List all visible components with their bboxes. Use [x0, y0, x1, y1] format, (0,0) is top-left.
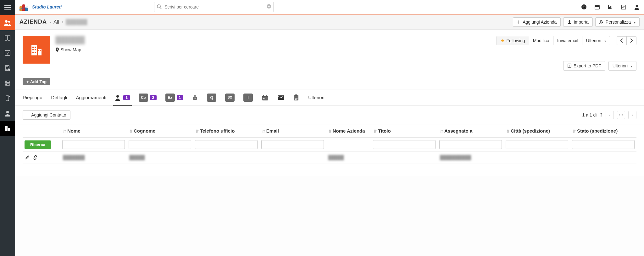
tab-money[interactable]: $ — [192, 89, 198, 106]
filter-telefono[interactable] — [195, 140, 258, 149]
svg-rect-15 — [8, 128, 10, 131]
chevron-right-icon — [630, 38, 633, 43]
i-icon: I — [243, 94, 253, 102]
sidebar-item-contacts[interactable] — [0, 15, 15, 30]
building-large-icon — [29, 42, 44, 57]
col-citta[interactable]: Città (spedizione) — [504, 124, 570, 138]
send-email-button[interactable]: Invia email — [553, 36, 582, 45]
tab-more-label: Ulteriori — [308, 95, 325, 100]
calendar-icon[interactable] — [594, 4, 600, 10]
tab-ex[interactable]: Ex 1 — [165, 89, 183, 106]
prev-record-button[interactable] — [617, 36, 627, 45]
tab-updates[interactable]: Aggiornamenti — [76, 89, 106, 106]
col-titolo[interactable]: Titolo — [371, 124, 437, 138]
sidebar-item-servers[interactable] — [0, 76, 15, 91]
svg-point-21 — [267, 4, 271, 9]
chart-icon[interactable] — [608, 4, 613, 10]
tab-more[interactable]: Ulteriori — [308, 89, 326, 106]
tab-so[interactable]: SO — [225, 89, 235, 106]
menu-toggle[interactable] — [0, 0, 15, 15]
help-icon: ? — [4, 50, 11, 56]
tasks-icon[interactable] — [621, 4, 626, 10]
sidebar-item-mobile[interactable] — [0, 91, 15, 106]
ex-icon: Ex — [165, 94, 175, 102]
import-button[interactable]: Importa — [563, 17, 592, 27]
pager-total[interactable]: ? — [600, 112, 602, 117]
filter-assegnato[interactable] — [439, 140, 502, 149]
global-search-input[interactable] — [154, 2, 274, 12]
search-icon — [157, 4, 162, 9]
filter-citta[interactable] — [506, 140, 568, 149]
tab-email[interactable] — [277, 89, 284, 106]
sidebar-item-companies[interactable] — [0, 121, 15, 136]
sidebar-item-notes[interactable] — [0, 60, 15, 76]
note-edit-icon — [4, 65, 11, 71]
caret-down-icon — [633, 20, 636, 25]
col-azienda[interactable]: Nome Azienda — [326, 124, 371, 138]
breadcrumb-module[interactable]: AZIENDA — [19, 19, 47, 25]
brand-text: Studio Laureti — [32, 4, 62, 9]
company-avatar — [23, 36, 50, 64]
table-row[interactable]: ███████ █████ █████ ██████████ — [23, 152, 636, 163]
svg-rect-48 — [295, 94, 297, 96]
pager-more[interactable]: ⋯ — [617, 111, 625, 119]
tab-q[interactable]: Q — [207, 89, 216, 106]
filter-email[interactable] — [261, 140, 324, 149]
filter-titolo[interactable] — [373, 140, 436, 149]
following-button[interactable]: ★ Following — [497, 36, 529, 45]
show-map-link[interactable]: Show Map — [55, 47, 85, 52]
search-dropdown-icon[interactable] — [267, 4, 271, 9]
edit-button[interactable]: Modifica — [529, 36, 553, 45]
filter-cognome[interactable] — [129, 140, 191, 149]
breadcrumb: AZIENDA › All › ██████ — [19, 19, 87, 25]
breadcrumb-sep-icon: › — [49, 19, 51, 25]
sidebar-item-user[interactable] — [0, 106, 15, 121]
col-nome[interactable]: Nome — [60, 124, 127, 138]
tab-i[interactable]: I — [243, 89, 253, 106]
record-title: ██████ — [55, 36, 85, 44]
svg-rect-28 — [32, 47, 34, 48]
col-email[interactable]: Email — [259, 124, 326, 138]
tab-summary[interactable]: Riepilogo — [23, 89, 42, 106]
table-search-button[interactable]: Ricerca — [25, 140, 51, 149]
svg-rect-35 — [40, 50, 41, 51]
col-cognome[interactable]: Cognome — [127, 124, 193, 138]
filter-stato[interactable] — [572, 140, 635, 149]
export-pdf-button[interactable]: Export to PDF — [563, 61, 605, 71]
col-stato[interactable]: Stato (spedizione) — [570, 124, 636, 138]
col-telefono[interactable]: Telefono ufficio — [193, 124, 259, 138]
customize-button[interactable]: Personalizza — [595, 17, 640, 27]
sidebar-item-documents[interactable] — [0, 30, 15, 45]
ex-count-badge: 1 — [177, 95, 183, 100]
add-company-label: Aggiungi Azienda — [523, 20, 557, 25]
send-email-label: Invia email — [557, 38, 578, 43]
following-label: Following — [507, 38, 525, 43]
hamburger-icon — [4, 5, 11, 10]
link-row-icon[interactable] — [33, 155, 38, 160]
add-contact-button[interactable]: + Aggiungi Contatto — [23, 110, 70, 120]
add-icon[interactable] — [581, 4, 587, 10]
record-more2-button[interactable]: Ulteriori — [608, 61, 636, 71]
add-company-button[interactable]: Aggiungi Azienda — [513, 17, 561, 27]
col-assegnato[interactable]: Assegnato a — [437, 124, 504, 138]
pager-prev[interactable]: ‹ — [606, 111, 614, 119]
profile-icon[interactable] — [634, 4, 640, 10]
tab-clipboard[interactable] — [293, 89, 299, 106]
brand[interactable]: Studio Laureti — [19, 3, 62, 11]
tab-ce[interactable]: Ce 2 — [139, 89, 157, 106]
svg-text:$: $ — [194, 97, 196, 100]
clipboard-icon — [293, 94, 299, 101]
record-more-button[interactable]: Ulteriori — [582, 36, 610, 45]
tab-contacts[interactable]: 1 — [115, 89, 130, 106]
tab-details[interactable]: Dettagli — [51, 89, 67, 106]
add-tag-button[interactable]: + Add Tag — [23, 78, 50, 85]
brand-logo-icon — [19, 3, 30, 11]
svg-point-25 — [636, 5, 638, 7]
tab-calendar[interactable] — [262, 89, 269, 106]
sidebar-item-help[interactable]: ? — [0, 45, 15, 60]
breadcrumb-all[interactable]: All — [53, 19, 59, 25]
filter-nome[interactable] — [62, 140, 125, 149]
next-record-button[interactable] — [626, 36, 636, 45]
pager-next[interactable]: › — [628, 111, 636, 119]
edit-row-icon[interactable] — [25, 155, 30, 160]
